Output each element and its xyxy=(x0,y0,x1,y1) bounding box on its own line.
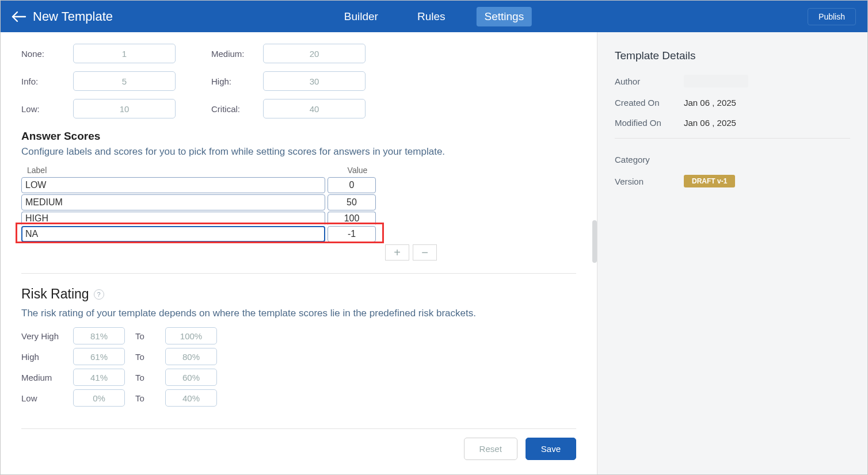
divider xyxy=(615,138,850,139)
tab-rules[interactable]: Rules xyxy=(409,7,454,26)
plus-icon: + xyxy=(394,247,401,258)
remove-row-button[interactable]: − xyxy=(413,244,437,261)
risk-row-high: High To xyxy=(21,348,576,365)
meta-author: Author xyxy=(615,75,850,87)
answer-label-input[interactable] xyxy=(21,226,325,242)
risk-row-very-high: Very High To xyxy=(21,327,576,344)
meta-category: Category xyxy=(615,155,850,164)
risk-to-input[interactable] xyxy=(165,369,217,386)
version-label: Version xyxy=(615,177,684,186)
risk-rating-section: Risk Rating ? The risk rating of your te… xyxy=(21,286,576,407)
answer-label-input[interactable] xyxy=(21,194,325,210)
created-value: Jan 06 , 2025 xyxy=(684,98,736,108)
answer-value-input[interactable] xyxy=(328,212,376,225)
answer-row-na xyxy=(21,226,576,242)
category-label: Category xyxy=(615,155,684,164)
answer-scores-section: Answer Scores Configure labels and score… xyxy=(21,130,576,261)
risk-label: Medium xyxy=(21,373,73,382)
weight-label-info: Info: xyxy=(21,76,73,86)
answer-row-low xyxy=(21,177,576,193)
version-badge: DRAFT v-1 xyxy=(684,175,735,187)
risk-label: High xyxy=(21,352,73,362)
to-label: To xyxy=(125,373,165,382)
weight-input-none[interactable] xyxy=(73,44,176,63)
risk-from-input[interactable] xyxy=(73,369,125,386)
risk-row-low: Low To xyxy=(21,389,576,407)
weight-label-critical: Critical: xyxy=(211,104,263,114)
risk-from-input[interactable] xyxy=(73,327,125,344)
created-label: Created On xyxy=(615,98,684,108)
answer-value-input[interactable] xyxy=(328,194,376,210)
risk-label: Low xyxy=(21,393,73,403)
divider xyxy=(21,273,576,274)
main-panel: None: Medium: Info: High: xyxy=(1,32,597,474)
save-button[interactable]: Save xyxy=(526,438,576,460)
col-header-label: Label xyxy=(27,166,333,175)
risk-label: Very High xyxy=(21,331,73,341)
back-arrow-icon[interactable] xyxy=(11,9,27,25)
tab-bar: Builder Rules Settings xyxy=(336,7,532,26)
risk-to-input[interactable] xyxy=(165,348,217,365)
answer-row-high xyxy=(21,212,576,225)
tab-settings[interactable]: Settings xyxy=(477,7,532,26)
add-row-button[interactable]: + xyxy=(385,244,409,261)
weight-input-high[interactable] xyxy=(263,71,366,91)
risk-to-input[interactable] xyxy=(165,389,217,407)
weight-label-medium: Medium: xyxy=(211,49,263,59)
modified-value: Jan 06 , 2025 xyxy=(684,118,736,128)
answer-scores-desc: Configure labels and scores for you to p… xyxy=(21,146,576,158)
weight-input-medium[interactable] xyxy=(263,44,366,63)
risk-to-input[interactable] xyxy=(165,327,217,344)
to-label: To xyxy=(125,393,165,403)
meta-version: Version DRAFT v-1 xyxy=(615,175,850,187)
scrollbar-thumb[interactable] xyxy=(592,220,597,263)
col-header-value: Value xyxy=(333,166,382,175)
meta-created: Created On Jan 06 , 2025 xyxy=(615,98,850,108)
answer-scores-title: Answer Scores xyxy=(21,130,576,143)
modified-label: Modified On xyxy=(615,118,684,128)
page-title: New Template xyxy=(33,9,113,24)
answer-label-input[interactable] xyxy=(21,177,325,193)
risk-from-input[interactable] xyxy=(73,389,125,407)
risk-row-medium: Medium To xyxy=(21,369,576,386)
meta-modified: Modified On Jan 06 , 2025 xyxy=(615,118,850,128)
top-bar: New Template Builder Rules Settings Publ… xyxy=(1,1,867,32)
risk-rating-title: Risk Rating xyxy=(21,286,89,302)
weight-label-low: Low: xyxy=(21,104,73,114)
minus-icon: − xyxy=(421,247,428,258)
to-label: To xyxy=(125,352,165,362)
weight-grid: None: Medium: Info: High: xyxy=(21,44,401,118)
reset-button[interactable]: Reset xyxy=(464,438,517,460)
weight-label-none: None: xyxy=(21,49,73,59)
answer-value-input[interactable] xyxy=(328,226,376,242)
help-icon[interactable]: ? xyxy=(94,289,104,300)
weight-input-low[interactable] xyxy=(73,99,176,118)
divider xyxy=(21,428,576,429)
weight-input-info[interactable] xyxy=(73,71,176,91)
template-details-panel: Template Details Author Created On Jan 0… xyxy=(597,32,867,474)
answer-scores-rows xyxy=(21,177,576,242)
answer-scores-header: Label Value xyxy=(21,166,576,177)
tab-builder[interactable]: Builder xyxy=(336,7,386,26)
answer-value-input[interactable] xyxy=(328,177,376,193)
footer-actions: Reset Save xyxy=(464,438,576,460)
risk-rating-desc: The risk rating of your template depends… xyxy=(21,308,576,319)
publish-button[interactable]: Publish xyxy=(808,8,856,25)
author-label: Author xyxy=(615,76,684,86)
template-details-title: Template Details xyxy=(615,49,850,62)
weight-input-critical[interactable] xyxy=(263,99,366,118)
author-value-redacted xyxy=(684,75,748,87)
to-label: To xyxy=(125,331,165,341)
risk-from-input[interactable] xyxy=(73,348,125,365)
answer-row-medium xyxy=(21,194,576,210)
answer-label-input[interactable] xyxy=(21,212,325,225)
weight-label-high: High: xyxy=(211,76,263,86)
